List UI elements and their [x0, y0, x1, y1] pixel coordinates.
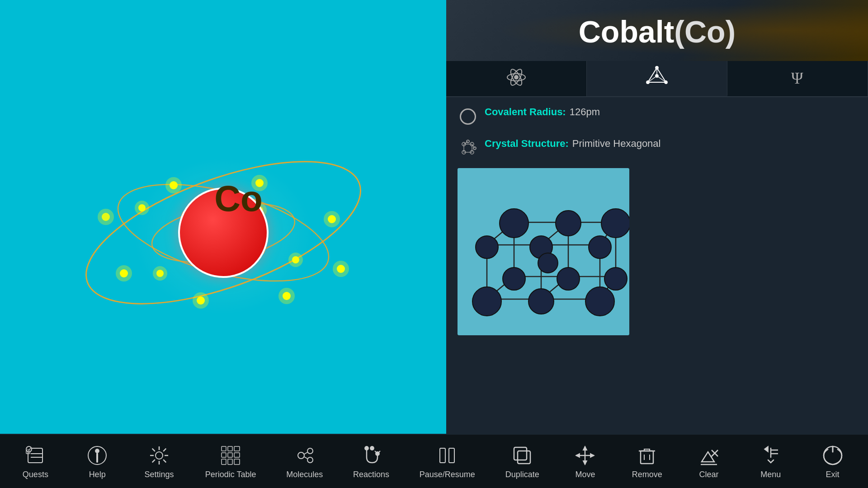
help-icon	[85, 444, 109, 467]
svg-point-19	[116, 265, 132, 282]
svg-rect-109	[228, 446, 232, 451]
svg-point-122	[365, 446, 368, 450]
toolbar-reactions[interactable]: Reactions	[346, 440, 396, 483]
svg-rect-135	[641, 451, 653, 464]
atom-icon-svg	[505, 66, 527, 88]
svg-rect-114	[222, 459, 226, 465]
svg-point-103	[26, 446, 32, 452]
svg-marker-131	[583, 446, 587, 450]
svg-rect-113	[234, 453, 240, 457]
covalent-radius-label: Covalent Radius:	[485, 106, 566, 118]
svg-point-91	[604, 267, 627, 290]
svg-point-13	[333, 261, 349, 277]
svg-text:Ψ: Ψ	[791, 69, 803, 87]
svg-point-97	[601, 209, 629, 238]
toolbar-menu[interactable]: Menu	[748, 440, 793, 483]
crystal-structure-icon	[458, 138, 478, 158]
settings-label: Settings	[144, 470, 174, 479]
svg-rect-126	[449, 448, 454, 463]
toolbar-quests[interactable]: Quests	[13, 440, 58, 483]
tab-atom[interactable]	[446, 61, 587, 96]
covalent-radius-icon	[458, 106, 478, 127]
toolbar-help[interactable]: Help	[75, 440, 120, 483]
crystal-structure-text: Crystal Structure: Primitive Hexagonal	[485, 138, 660, 150]
clear-icon	[697, 444, 721, 467]
svg-rect-125	[440, 448, 445, 463]
svg-rect-127	[518, 451, 530, 464]
crystal-icon-svg	[459, 140, 476, 157]
move-icon	[573, 444, 597, 467]
svg-point-90	[557, 267, 580, 290]
element-symbol-paren: (Co)	[674, 14, 736, 49]
svg-point-119	[307, 457, 313, 463]
tab-psi[interactable]: Ψ	[727, 61, 868, 96]
exit-label: Exit	[826, 470, 840, 479]
svg-rect-110	[234, 446, 240, 451]
svg-point-25	[288, 253, 303, 267]
structure-tab-icon	[645, 65, 669, 89]
svg-rect-115	[228, 459, 232, 465]
help-label: Help	[89, 470, 106, 479]
element-name-heading: Cobalt(Co)	[579, 14, 736, 49]
svg-point-88	[585, 287, 614, 316]
reactions-label: Reactions	[353, 470, 389, 479]
info-content: Covalent Radius: 126pm	[446, 97, 868, 488]
covalent-radius-value: 126pm	[570, 106, 600, 118]
clear-label: Clear	[699, 470, 718, 479]
svg-point-105	[95, 449, 99, 453]
crystal-structure-svg	[458, 168, 629, 335]
toolbar-periodic-table[interactable]: Periodic Table	[198, 440, 263, 483]
crystal-structure-image	[458, 168, 629, 335]
periodic-table-icon	[219, 444, 242, 467]
svg-point-27	[153, 266, 167, 281]
element-title: Cobalt(Co)	[446, 0, 868, 61]
tab-structure[interactable]	[587, 61, 727, 96]
covalent-radius-text: Covalent Radius: 126pm	[485, 106, 857, 118]
svg-point-98	[538, 253, 558, 273]
svg-point-17	[193, 292, 209, 309]
toolbar-move[interactable]: Move	[562, 440, 608, 483]
svg-point-7	[165, 177, 182, 193]
covalent-radius-row: Covalent Radius: 126pm	[458, 106, 857, 127]
crystal-structure-value: Primitive Hexagonal	[572, 138, 661, 150]
toolbar-remove[interactable]: Remove	[624, 440, 670, 483]
main-container: Co Cobalt(Co)	[0, 0, 868, 488]
svg-line-48	[657, 76, 666, 82]
svg-marker-133	[576, 454, 580, 457]
svg-point-123	[370, 446, 374, 450]
svg-point-15	[278, 288, 295, 304]
atom-panel: Co	[0, 0, 446, 488]
atom-visualization: Co	[70, 120, 377, 346]
toolbar-exit[interactable]: Exit	[810, 440, 855, 483]
toolbar-duplicate[interactable]: Duplicate	[499, 440, 546, 483]
svg-point-38	[514, 75, 518, 79]
remove-icon	[635, 444, 659, 467]
svg-rect-116	[234, 459, 240, 465]
svg-marker-132	[583, 461, 587, 465]
svg-point-117	[298, 452, 304, 459]
toolbar: Quests Help Settings Periodic Table Mole…	[0, 434, 868, 488]
settings-icon	[147, 444, 171, 467]
quests-label: Quests	[23, 470, 48, 479]
move-label: Move	[575, 470, 595, 479]
svg-rect-112	[228, 453, 232, 457]
duplicate-label: Duplicate	[505, 470, 539, 479]
circle-icon	[460, 108, 476, 125]
svg-point-95	[500, 209, 528, 238]
psi-tab-icon: Ψ	[786, 66, 809, 89]
svg-line-121	[304, 457, 307, 459]
toolbar-clear[interactable]: Clear	[686, 440, 731, 483]
svg-line-49	[648, 76, 657, 82]
svg-rect-108	[222, 446, 226, 451]
svg-point-5	[98, 209, 114, 225]
menu-icon	[759, 444, 783, 467]
svg-point-86	[472, 287, 501, 316]
molecules-icon	[293, 444, 316, 467]
svg-marker-134	[590, 454, 594, 457]
toolbar-pause-resume[interactable]: Pause/Resume	[413, 440, 482, 483]
tab-bar: Ψ	[446, 61, 868, 97]
toolbar-molecules[interactable]: Molecules	[279, 440, 330, 483]
svg-point-92	[476, 236, 498, 258]
toolbar-settings[interactable]: Settings	[137, 440, 182, 483]
molecules-label: Molecules	[286, 470, 323, 479]
